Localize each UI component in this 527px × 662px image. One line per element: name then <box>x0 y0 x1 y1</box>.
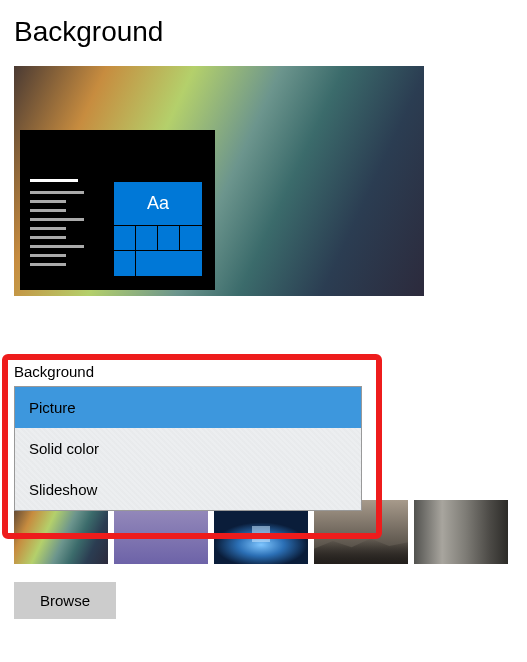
dropdown-option-solid-color[interactable]: Solid color <box>15 428 361 469</box>
start-menu-tiles-preview: Aa <box>114 182 202 276</box>
desktop-preview: Aa <box>14 66 424 296</box>
dropdown-option-slideshow[interactable]: Slideshow <box>15 469 361 510</box>
start-menu-list-preview <box>30 173 85 272</box>
dropdown-option-picture[interactable]: Picture <box>15 387 361 428</box>
browse-button[interactable]: Browse <box>14 582 116 619</box>
start-menu-preview: Aa <box>20 130 215 290</box>
font-sample-tile: Aa <box>114 182 202 226</box>
background-dropdown[interactable]: Picture Solid color Slideshow <box>14 386 362 511</box>
background-dropdown-label: Background <box>14 363 94 380</box>
picture-thumbnail[interactable] <box>414 500 508 564</box>
page-title: Background <box>0 0 527 66</box>
